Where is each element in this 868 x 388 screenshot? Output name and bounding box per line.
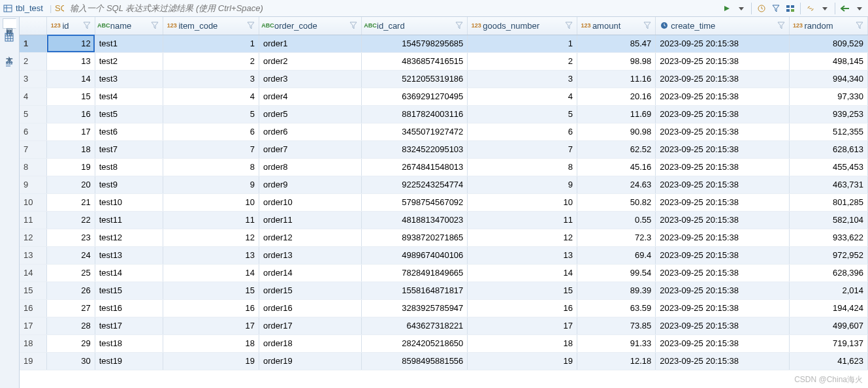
- cell-goods_number[interactable]: 11: [468, 211, 577, 229]
- cell-item_code[interactable]: 19: [163, 352, 259, 370]
- cell-name[interactable]: test5: [95, 105, 163, 123]
- cell-id[interactable]: 27: [47, 299, 95, 317]
- cell-order_code[interactable]: order8: [259, 158, 361, 176]
- cell-id[interactable]: 21: [47, 193, 95, 211]
- cell-goods_number[interactable]: 15: [468, 282, 577, 299]
- cell-id_card[interactable]: 8598495881556: [362, 352, 468, 370]
- cell-amount[interactable]: 20.16: [577, 88, 655, 105]
- cell-name[interactable]: test1: [95, 35, 163, 52]
- cell-id[interactable]: 22: [47, 211, 95, 229]
- rownum-cell[interactable]: 8: [20, 158, 47, 176]
- cell-id[interactable]: 23: [47, 229, 95, 246]
- cell-goods_number[interactable]: 13: [468, 246, 577, 264]
- table-row[interactable]: 718test77order78324522095103762.522023-0…: [20, 140, 868, 158]
- rownum-cell[interactable]: 17: [20, 317, 47, 334]
- rownum-cell[interactable]: 2: [20, 52, 47, 70]
- cell-random[interactable]: 463,731: [789, 176, 868, 193]
- rownum-cell[interactable]: 16: [20, 299, 47, 317]
- cell-order_code[interactable]: order9: [259, 176, 361, 193]
- tab-text[interactable]: 文本: [3, 46, 16, 56]
- cell-name[interactable]: test4: [95, 88, 163, 105]
- cell-amount[interactable]: 50.82: [577, 193, 655, 211]
- cell-id_card[interactable]: 3455071927472: [362, 123, 468, 140]
- cell-id_card[interactable]: 643627318221: [362, 317, 468, 334]
- cell-amount[interactable]: 72.3: [577, 229, 655, 246]
- cell-name[interactable]: test19: [95, 352, 163, 370]
- cell-goods_number[interactable]: 9: [468, 176, 577, 193]
- cell-random[interactable]: 628,613: [789, 140, 868, 158]
- cell-name[interactable]: test7: [95, 140, 163, 158]
- col-header-goods_number[interactable]: 123goods_number: [468, 17, 577, 35]
- panels-button[interactable]: [784, 3, 796, 14]
- cell-order_code[interactable]: order19: [259, 352, 361, 370]
- cell-amount[interactable]: 45.16: [577, 158, 655, 176]
- table-row[interactable]: 1324test1313order1349896740401061369.420…: [20, 246, 868, 264]
- rownum-cell[interactable]: 14: [20, 264, 47, 282]
- table-row[interactable]: 1526test1515order1515581648718171589.392…: [20, 282, 868, 299]
- cell-order_code[interactable]: order16: [259, 299, 361, 317]
- cell-id_card[interactable]: 1558164871817: [362, 282, 468, 299]
- cell-order_code[interactable]: order1: [259, 35, 361, 52]
- cell-random[interactable]: 933,622: [789, 229, 868, 246]
- col-header-item_code[interactable]: 123item_code: [163, 17, 259, 35]
- col-header-amount[interactable]: 123amount: [577, 17, 655, 35]
- cell-name[interactable]: test2: [95, 52, 163, 70]
- cell-id[interactable]: 24: [47, 246, 95, 264]
- table-row[interactable]: 1930test1919order1985984958815561912.182…: [20, 352, 868, 370]
- rownum-cell[interactable]: 9: [20, 176, 47, 193]
- dropdown-button[interactable]: [735, 3, 747, 14]
- cell-id_card[interactable]: 7828491849665: [362, 264, 468, 282]
- cell-id_card[interactable]: 5212055319186: [362, 70, 468, 88]
- cell-random[interactable]: 801,285: [789, 193, 868, 211]
- cell-name[interactable]: test6: [95, 123, 163, 140]
- cell-random[interactable]: 41,623: [789, 352, 868, 370]
- rownum-cell[interactable]: 19: [20, 352, 47, 370]
- table-row[interactable]: 1122test1111order114818813470023110.5520…: [20, 211, 868, 229]
- cell-goods_number[interactable]: 17: [468, 317, 577, 334]
- cell-id[interactable]: 26: [47, 282, 95, 299]
- cell-random[interactable]: 512,355: [789, 123, 868, 140]
- cell-amount[interactable]: 99.54: [577, 264, 655, 282]
- rownum-cell[interactable]: 6: [20, 123, 47, 140]
- cell-id_card[interactable]: 5798754567092: [362, 193, 468, 211]
- table-row[interactable]: 112test11order11545798295685185.472023-0…: [20, 35, 868, 52]
- rownum-cell[interactable]: 5: [20, 105, 47, 123]
- table-row[interactable]: 314test33order35212055319186311.162023-0…: [20, 70, 868, 88]
- cell-amount[interactable]: 0.55: [577, 211, 655, 229]
- cell-id_card[interactable]: 4818813470023: [362, 211, 468, 229]
- rownum-cell[interactable]: 11: [20, 211, 47, 229]
- cell-order_code[interactable]: order17: [259, 317, 361, 334]
- cell-create_time[interactable]: 2023-09-25 20:15:38: [656, 299, 789, 317]
- cell-id_card[interactable]: 4836857416515: [362, 52, 468, 70]
- cell-order_code[interactable]: order12: [259, 229, 361, 246]
- cell-name[interactable]: test11: [95, 211, 163, 229]
- cell-goods_number[interactable]: 19: [468, 352, 577, 370]
- rownum-cell[interactable]: 7: [20, 140, 47, 158]
- cell-goods_number[interactable]: 7: [468, 140, 577, 158]
- cell-create_time[interactable]: 2023-09-25 20:15:38: [656, 52, 789, 70]
- cell-create_time[interactable]: 2023-09-25 20:15:38: [656, 140, 789, 158]
- cell-item_code[interactable]: 16: [163, 299, 259, 317]
- cell-create_time[interactable]: 2023-09-25 20:15:38: [656, 193, 789, 211]
- rownum-cell[interactable]: 18: [20, 334, 47, 352]
- cell-name[interactable]: test18: [95, 334, 163, 352]
- link-button[interactable]: [805, 3, 816, 14]
- col-header-random[interactable]: 123random: [789, 17, 868, 35]
- cell-create_time[interactable]: 2023-09-25 20:15:38: [656, 246, 789, 264]
- cell-random[interactable]: 582,104: [789, 211, 868, 229]
- table-row[interactable]: 1627test1616order1632839257859471663.592…: [20, 299, 868, 317]
- cell-order_code[interactable]: order18: [259, 334, 361, 352]
- col-header-id_card[interactable]: ABCid_card: [362, 17, 468, 35]
- rownum-cell[interactable]: 13: [20, 246, 47, 264]
- rownum-cell[interactable]: 1: [20, 35, 47, 52]
- col-header-name[interactable]: ABCname: [95, 17, 163, 35]
- back-button[interactable]: [839, 3, 851, 14]
- cell-order_code[interactable]: order2: [259, 52, 361, 70]
- cell-id_card[interactable]: 2674841548013: [362, 158, 468, 176]
- cell-random[interactable]: 499,607: [789, 317, 868, 334]
- run-button[interactable]: [721, 3, 733, 14]
- table-row[interactable]: 819test88order82674841548013845.162023-0…: [20, 158, 868, 176]
- cell-item_code[interactable]: 15: [163, 282, 259, 299]
- cell-id_card[interactable]: 9225243254774: [362, 176, 468, 193]
- cell-amount[interactable]: 85.47: [577, 35, 655, 52]
